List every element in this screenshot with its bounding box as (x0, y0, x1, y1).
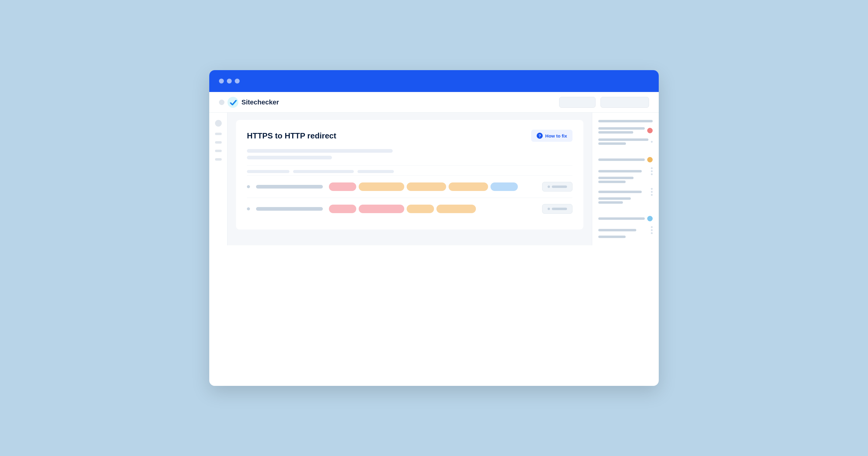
tag-orange-sm (407, 205, 434, 213)
rp-line (598, 229, 636, 231)
tag-pink-sm (329, 183, 356, 191)
table-row (247, 198, 572, 220)
logo-text: Sitechecker (242, 98, 279, 106)
rp-dots (651, 167, 653, 175)
rp-dot (651, 194, 653, 196)
row-tags (329, 183, 536, 191)
rp-dot (651, 226, 653, 228)
description-line-1 (247, 149, 393, 153)
row-url (256, 207, 323, 211)
main-card: HTTPS to HTTP redirect ? How to fix (236, 120, 583, 230)
sidebar-nav-item-2[interactable] (215, 133, 222, 135)
table-row (247, 175, 572, 198)
rp-dot (651, 232, 653, 234)
browser-content: Sitechecker HTTPS to HTTP redire (209, 92, 659, 245)
sidebar-nav-item-4[interactable] (215, 150, 222, 152)
rp-line (598, 191, 642, 193)
tag-orange-md-2 (448, 183, 488, 191)
rp-line (598, 217, 645, 220)
rp-dot (651, 191, 653, 193)
right-panel-item-6 (598, 188, 653, 204)
rp-line (598, 142, 626, 145)
tag-pink-lg (359, 205, 404, 213)
nav-logo: Sitechecker (219, 97, 279, 108)
browser-dot-1[interactable] (219, 78, 224, 84)
rp-line (598, 201, 623, 204)
action-dot (548, 208, 550, 210)
row-indicator (247, 207, 250, 210)
rp-line (598, 131, 633, 134)
how-to-fix-button[interactable]: ? How to fix (531, 130, 572, 142)
badge-blue (647, 216, 653, 221)
svg-point-0 (227, 97, 239, 108)
tag-orange-lg (359, 183, 404, 191)
rp-dot (651, 188, 653, 190)
description-line-2 (247, 156, 332, 159)
tag-orange-md-1 (407, 183, 446, 191)
sitechecker-logo-icon (227, 97, 239, 108)
how-to-fix-label: How to fix (545, 133, 567, 138)
rp-line (598, 197, 631, 200)
right-panel-item-5 (598, 167, 653, 183)
full-layout: HTTPS to HTTP redirect ? How to fix (209, 112, 659, 245)
row-action-button[interactable] (542, 182, 572, 192)
badge-red (647, 128, 653, 133)
table-section (247, 165, 572, 220)
rp-dot (651, 170, 653, 172)
sidebar-nav-item-5[interactable] (215, 158, 222, 161)
row-tags (329, 205, 536, 213)
right-panel-item-2 (598, 127, 653, 134)
right-panel-item-8 (598, 226, 653, 238)
content-area: HTTPS to HTTP redirect ? How to fix (227, 112, 592, 245)
action-line (552, 208, 567, 210)
tag-blue-sm (491, 183, 518, 191)
rp-dots (651, 188, 653, 196)
rp-dot (651, 229, 653, 231)
rp-dot (651, 167, 653, 169)
row-url (256, 185, 323, 189)
page-title: HTTPS to HTTP redirect (247, 131, 336, 140)
right-panel-item-4 (598, 157, 653, 162)
rp-dots (651, 226, 653, 234)
tag-orange-md (436, 205, 476, 213)
question-icon: ? (537, 133, 543, 139)
nav-circle (219, 100, 224, 105)
rp-line (598, 177, 633, 179)
browser-window: Sitechecker HTTPS to HTTP redire (209, 70, 659, 386)
browser-titlebar (209, 70, 659, 92)
nav-button-2[interactable] (600, 97, 649, 108)
browser-dots (219, 78, 240, 84)
rp-line (598, 127, 645, 130)
action-line (552, 186, 567, 188)
sidebar-nav-item-3[interactable] (215, 141, 222, 143)
rp-line (598, 170, 642, 172)
card-header: HTTPS to HTTP redirect ? How to fix (247, 130, 572, 142)
top-nav: Sitechecker (209, 92, 659, 112)
rp-line (598, 159, 645, 161)
rp-line (598, 181, 626, 183)
browser-dot-3[interactable] (235, 78, 240, 84)
rp-dot (651, 141, 653, 143)
sidebar-nav (209, 112, 227, 245)
right-panel (592, 112, 659, 245)
tag-pink-sm (329, 205, 356, 213)
row-indicator (247, 185, 250, 188)
rp-line (598, 120, 653, 122)
right-panel-item-3 (598, 138, 653, 145)
row-action-button[interactable] (542, 204, 572, 214)
rp-line (598, 138, 648, 141)
badge-orange (647, 157, 653, 162)
browser-dot-2[interactable] (227, 78, 232, 84)
rp-dot (651, 173, 653, 175)
sidebar-nav-item-1[interactable] (215, 120, 222, 127)
right-panel-item-7 (598, 216, 653, 221)
action-dot (548, 186, 550, 188)
right-panel-item-1 (598, 120, 653, 122)
nav-button-1[interactable] (559, 97, 596, 108)
rp-line (598, 236, 626, 238)
